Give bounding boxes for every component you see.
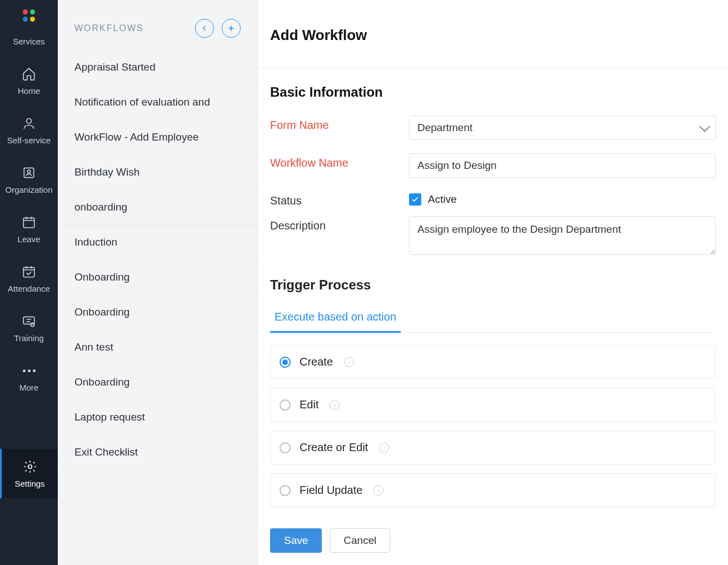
description-input[interactable]: [409, 216, 716, 255]
info-icon[interactable]: i: [373, 486, 383, 496]
info-icon[interactable]: i: [330, 400, 340, 410]
description-label: Description: [270, 216, 409, 232]
workflow-list-item[interactable]: WorkFlow - Add Employee: [58, 120, 257, 155]
back-button[interactable]: [195, 19, 214, 38]
left-rail: Services Home Self-service Organization …: [0, 0, 58, 565]
radio-icon: [280, 485, 291, 496]
rail-item-label: Settings: [14, 479, 44, 488]
rail-item-label: Training: [14, 333, 44, 343]
status-label: Status: [270, 191, 409, 207]
plus-icon: [227, 24, 235, 32]
radio-icon: [280, 357, 291, 368]
trigger-option-field-update[interactable]: Field Update i: [270, 473, 716, 507]
trigger-option-create-or-edit[interactable]: Create or Edit i: [270, 431, 716, 464]
svg-rect-3: [23, 218, 34, 227]
rail-item-label: Self-service: [7, 136, 51, 145]
workflow-name-input[interactable]: [409, 153, 716, 178]
workflow-list-item[interactable]: Ann test: [58, 330, 257, 365]
info-icon[interactable]: i: [344, 357, 354, 367]
add-workflow-button[interactable]: [222, 19, 241, 38]
rail-item-home[interactable]: Home: [0, 56, 58, 106]
workflow-list-item[interactable]: Notification of evaluation and: [58, 85, 257, 120]
svg-point-7: [28, 465, 32, 469]
svg-point-0: [27, 118, 32, 123]
rail-item-attendance[interactable]: Attendance: [0, 254, 58, 303]
workflow-name-label: Workflow Name: [270, 153, 409, 169]
main-panel: Add Workflow Basic Information Form Name…: [258, 0, 728, 565]
gear-icon: [22, 459, 38, 474]
svg-point-2: [27, 170, 30, 173]
info-icon[interactable]: i: [379, 443, 389, 453]
sidebar-header: WORKFLOWS: [58, 0, 257, 50]
rail-item-organization[interactable]: Organization: [0, 155, 58, 204]
workflow-list-item[interactable]: Laptop request: [58, 400, 257, 435]
form-name-label: Form Name: [270, 116, 409, 132]
active-label: Active: [428, 193, 457, 206]
basic-info-heading: Basic Information: [270, 84, 716, 100]
more-icon: [21, 363, 37, 378]
radio-icon: [280, 442, 291, 453]
trigger-option-label: Field Update: [300, 484, 362, 497]
org-icon: [21, 165, 37, 181]
cancel-button[interactable]: Cancel: [330, 528, 390, 553]
workflow-list-item[interactable]: Onboarding: [58, 295, 257, 330]
workflow-list-item[interactable]: onboarding: [58, 190, 257, 225]
calendar-icon: [21, 214, 37, 230]
clipboard-icon: [21, 264, 37, 279]
trigger-tabs: Execute based on action: [270, 304, 716, 333]
sidebar-title: WORKFLOWS: [74, 23, 144, 33]
workflow-list-item[interactable]: Appraisal Started: [58, 50, 257, 85]
radio-icon: [280, 399, 291, 411]
workflow-list-item[interactable]: Onboarding: [58, 365, 257, 400]
workflow-list-item[interactable]: Onboarding: [58, 260, 257, 295]
form-name-select[interactable]: Department: [409, 116, 716, 140]
rail-item-label: Attendance: [8, 284, 50, 293]
trigger-options: Create i Edit i Create or Edit i Field U…: [270, 345, 716, 507]
workflow-list: Appraisal Started Notification of evalua…: [58, 50, 257, 565]
trigger-option-label: Create: [300, 356, 333, 368]
active-checkbox[interactable]: [409, 193, 421, 206]
chevron-left-icon: [201, 25, 208, 32]
rail-item-label: Services: [13, 37, 45, 46]
trigger-option-create[interactable]: Create i: [270, 345, 716, 379]
check-icon: [411, 196, 419, 203]
workflows-sidebar: WORKFLOWS Appraisal Started Notification…: [58, 0, 258, 565]
workflow-list-item[interactable]: Exit Checklist: [58, 435, 257, 470]
svg-rect-4: [23, 267, 34, 277]
rail-item-label: Home: [18, 86, 40, 96]
form-footer: Save Cancel: [258, 518, 728, 565]
rail-item-leave[interactable]: Leave: [0, 204, 58, 254]
workflow-list-item[interactable]: Birthday Wish: [58, 155, 257, 190]
rail-item-self-service[interactable]: Self-service: [0, 106, 58, 155]
apps-logo-icon: [21, 8, 37, 23]
rail-item-label: More: [19, 383, 38, 392]
home-icon: [21, 66, 37, 82]
rail-item-training[interactable]: Training: [0, 303, 58, 353]
rail-item-label: Organization: [5, 185, 52, 194]
save-button[interactable]: Save: [270, 528, 322, 553]
trigger-option-edit[interactable]: Edit i: [270, 388, 716, 422]
trigger-option-label: Edit: [300, 398, 318, 411]
chevron-down-icon: [699, 121, 710, 132]
svg-point-6: [31, 323, 34, 327]
person-icon: [21, 116, 37, 131]
trigger-tab-action[interactable]: Execute based on action: [270, 304, 401, 333]
form-name-value: Department: [417, 122, 472, 134]
rail-item-services[interactable]: Services: [0, 27, 58, 56]
main-header: Add Workflow: [258, 0, 728, 68]
page-title: Add Workflow: [270, 27, 716, 44]
rail-item-more[interactable]: More: [0, 353, 58, 402]
rail-item-label: Leave: [18, 234, 41, 244]
training-icon: [21, 313, 37, 329]
trigger-heading: Trigger Process: [270, 277, 716, 293]
rail-item-settings[interactable]: Settings: [0, 449, 58, 498]
trigger-option-label: Create or Edit: [300, 441, 368, 454]
workflow-list-item[interactable]: Induction: [58, 225, 257, 260]
